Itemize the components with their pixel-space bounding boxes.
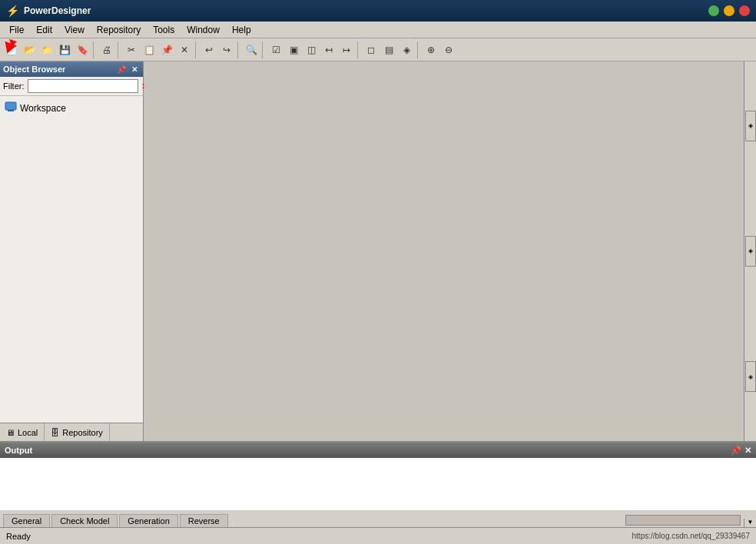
gen2-icon: ◫ bbox=[307, 45, 316, 55]
save-icon: 💾 bbox=[59, 45, 71, 55]
output-tabs: General Check Model Generation Reverse ▼ bbox=[0, 510, 756, 527]
output-tab-check-model[interactable]: Check Model bbox=[51, 514, 118, 527]
local-tab-label: Local bbox=[18, 428, 38, 437]
toolbar-open[interactable]: 📂 bbox=[21, 41, 38, 58]
status-bar: Ready https://blog.csdn.net/qq_29339467 bbox=[0, 527, 756, 544]
undo-icon: ↩ bbox=[205, 45, 213, 55]
copy-icon: 📋 bbox=[144, 45, 155, 55]
tree-item-workspace[interactable]: Workspace bbox=[2, 99, 141, 117]
output-panel: Output 📌 ✕ General Check Model Generatio… bbox=[0, 441, 756, 527]
toolbar-gen2[interactable]: ◫ bbox=[303, 41, 320, 58]
toolbar-open2[interactable]: 📁 bbox=[38, 41, 55, 58]
output-tab-reverse[interactable]: Reverse bbox=[180, 514, 228, 527]
toolbar: 📄 ▲ 📂 📁 💾 🔖 🖨 ✂ 📋 📌 ✕ ↩ ↪ 🔍 ☑ ▣ ◫ ↤ ↦ ◻ … bbox=[0, 38, 756, 61]
output-header-controls: 📌 ✕ bbox=[731, 446, 751, 456]
canvas-area bbox=[144, 61, 744, 441]
repository-tab-label: Repository bbox=[62, 428, 103, 437]
toolbar-right[interactable]: ↦ bbox=[338, 41, 355, 58]
toolbar-delete[interactable]: ✕ bbox=[176, 41, 193, 58]
app-title: PowerDesigner bbox=[24, 5, 91, 16]
ob-tab-local[interactable]: 🖥 Local bbox=[0, 423, 45, 441]
ob-pin-button[interactable]: 📌 bbox=[116, 64, 127, 75]
minimize-button[interactable] bbox=[708, 5, 719, 16]
ob-tab-repository[interactable]: 🗄 Repository bbox=[45, 423, 110, 441]
matrix-icon: ◈ bbox=[403, 45, 410, 55]
workspace-area: Object Browser 📌 ✕ Filter: ✕ ↻ bbox=[0, 61, 756, 441]
toolbar-gen1[interactable]: ▣ bbox=[285, 41, 302, 58]
status-url: https://blog.csdn.net/qq_29339467 bbox=[632, 532, 750, 540]
toolbar-zoom-out[interactable]: ⊖ bbox=[440, 41, 457, 58]
menu-help[interactable]: Help bbox=[226, 23, 257, 37]
toolbar-check[interactable]: ☑ bbox=[267, 41, 284, 58]
svg-rect-1 bbox=[8, 110, 14, 111]
right-sidebar-btn1[interactable]: ◈ bbox=[745, 111, 756, 141]
toolbar-cut[interactable]: ✂ bbox=[123, 41, 140, 58]
main-area: Object Browser 📌 ✕ Filter: ✕ ↻ bbox=[0, 61, 756, 544]
toolbar-save2[interactable]: 🔖 bbox=[74, 41, 91, 58]
filter-input[interactable] bbox=[28, 79, 138, 93]
toolbar-sep3 bbox=[195, 41, 198, 58]
menu-view[interactable]: View bbox=[58, 23, 91, 37]
zoom-in-icon: ⊕ bbox=[427, 45, 435, 55]
zoom-out-icon: ⊖ bbox=[445, 45, 453, 55]
svg-rect-0 bbox=[5, 102, 16, 110]
maximize-button[interactable] bbox=[724, 5, 734, 16]
left-icon: ↤ bbox=[325, 45, 333, 55]
filter-label: Filter: bbox=[3, 81, 25, 91]
output-pin-button[interactable]: 📌 bbox=[731, 446, 741, 456]
toolbar-sep5 bbox=[262, 41, 265, 58]
progress-bar-container bbox=[625, 515, 741, 526]
output-close-button[interactable]: ✕ bbox=[744, 446, 751, 456]
toolbar-matrix[interactable]: ◈ bbox=[398, 41, 415, 58]
toolbar-copy[interactable]: 📋 bbox=[141, 41, 158, 58]
ob-tree: Workspace bbox=[0, 96, 143, 423]
ob-filter-row: Filter: ✕ ↻ bbox=[0, 77, 143, 96]
right-sidebar-btn3[interactable]: ◈ bbox=[745, 361, 756, 392]
cut-icon: ✂ bbox=[128, 45, 135, 55]
workspace-icon bbox=[5, 101, 17, 115]
ob-tabs: 🖥 Local 🗄 Repository bbox=[0, 423, 143, 441]
toolbar-undo[interactable]: ↩ bbox=[201, 41, 217, 58]
menu-window[interactable]: Window bbox=[181, 23, 226, 37]
object-browser-panel: Object Browser 📌 ✕ Filter: ✕ ↻ bbox=[0, 61, 144, 441]
toolbar-sep1 bbox=[93, 41, 96, 58]
output-content bbox=[0, 458, 756, 510]
close-button[interactable] bbox=[739, 5, 750, 16]
toolbar-new[interactable]: 📄 ▲ bbox=[3, 41, 20, 58]
output-scrollbar[interactable]: ▼ bbox=[744, 519, 756, 527]
redo-icon: ↪ bbox=[223, 45, 230, 55]
status-text: Ready bbox=[6, 532, 31, 541]
menu-edit[interactable]: Edit bbox=[30, 23, 58, 37]
toolbar-save[interactable]: 💾 bbox=[56, 41, 73, 58]
toolbar-zoom-in[interactable]: ⊕ bbox=[423, 41, 439, 58]
toolbar-sep6 bbox=[357, 41, 360, 58]
toolbar-left[interactable]: ↤ bbox=[320, 41, 337, 58]
toolbar-sep2 bbox=[118, 41, 121, 58]
toolbar-list[interactable]: ▤ bbox=[380, 41, 397, 58]
check-icon: ☑ bbox=[272, 45, 280, 55]
repository-tab-icon: 🗄 bbox=[51, 428, 59, 437]
menu-repository[interactable]: Repository bbox=[91, 23, 147, 37]
list-icon: ▤ bbox=[385, 45, 393, 55]
right-sidebar: ◈ ◈ ◈ bbox=[744, 61, 756, 441]
title-bar-left: ⚡ PowerDesigner bbox=[6, 5, 91, 17]
title-bar-controls bbox=[708, 5, 750, 16]
title-bar: ⚡ PowerDesigner bbox=[0, 0, 756, 22]
delete-icon: ✕ bbox=[181, 45, 188, 55]
toolbar-paste[interactable]: 📌 bbox=[158, 41, 175, 58]
toolbar-find[interactable]: 🔍 bbox=[243, 41, 260, 58]
output-tab-generation[interactable]: Generation bbox=[119, 514, 177, 527]
right-icon: ↦ bbox=[343, 45, 350, 55]
toolbar-redo[interactable]: ↪ bbox=[218, 41, 235, 58]
open-icon: 📂 bbox=[24, 45, 35, 55]
workspace-label: Workspace bbox=[20, 103, 66, 114]
print-icon: 🖨 bbox=[102, 45, 111, 55]
menu-tools[interactable]: Tools bbox=[147, 23, 181, 37]
output-tab-general[interactable]: General bbox=[3, 514, 50, 527]
toolbar-print[interactable]: 🖨 bbox=[98, 41, 115, 58]
ob-close-button[interactable]: ✕ bbox=[129, 64, 140, 75]
find-icon: 🔍 bbox=[246, 45, 257, 55]
toolbar-sep4 bbox=[237, 41, 240, 58]
toolbar-diag[interactable]: ◻ bbox=[363, 41, 380, 58]
right-sidebar-btn2[interactable]: ◈ bbox=[745, 236, 756, 267]
